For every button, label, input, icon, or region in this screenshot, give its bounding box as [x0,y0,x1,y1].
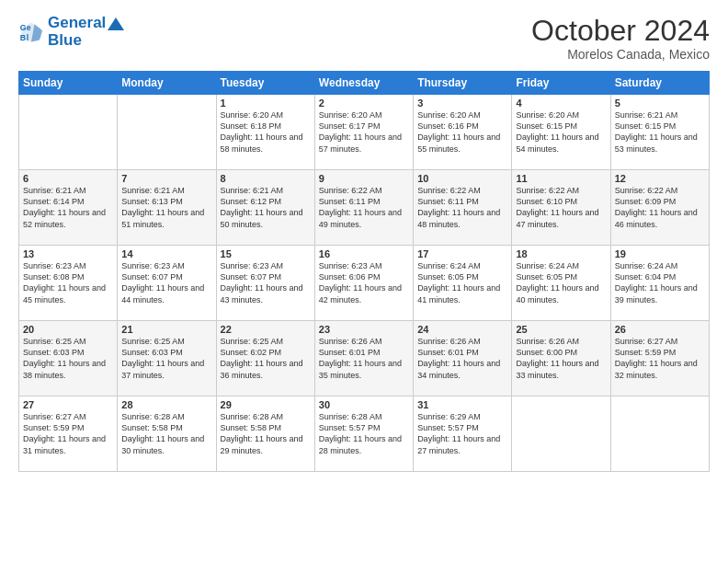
calendar-cell: 30Sunrise: 6:28 AM Sunset: 5:57 PM Dayli… [314,396,413,472]
calendar-week-2: 6Sunrise: 6:21 AM Sunset: 6:14 PM Daylig… [19,170,710,246]
calendar-cell: 23Sunrise: 6:26 AM Sunset: 6:01 PM Dayli… [314,321,413,396]
month-title: October 2024 [531,15,710,47]
day-number: 14 [121,248,211,259]
day-info: Sunrise: 6:20 AM Sunset: 6:18 PM Dayligh… [221,109,311,155]
day-number: 12 [615,173,705,184]
calendar-cell: 25Sunrise: 6:26 AM Sunset: 6:00 PM Dayli… [512,321,610,396]
calendar-cell [19,95,118,170]
day-number: 26 [615,324,705,335]
calendar-cell [118,95,216,170]
day-info: Sunrise: 6:25 AM Sunset: 6:03 PM Dayligh… [121,336,211,381]
header: G e B l General Blue October 2024 Morelo… [18,15,710,62]
svg-text:G: G [20,23,27,32]
calendar-cell: 21Sunrise: 6:25 AM Sunset: 6:03 PM Dayli… [118,321,216,396]
day-number: 29 [221,399,311,410]
day-number: 13 [23,248,113,259]
day-info: Sunrise: 6:26 AM Sunset: 6:01 PM Dayligh… [319,336,409,381]
calendar-cell: 27Sunrise: 6:27 AM Sunset: 5:59 PM Dayli… [19,396,118,472]
day-info: Sunrise: 6:29 AM Sunset: 5:57 PM Dayligh… [417,411,507,456]
calendar-cell: 2Sunrise: 6:20 AM Sunset: 6:17 PM Daylig… [314,95,413,170]
col-thursday: Thursday [414,72,512,95]
day-number: 22 [221,324,311,335]
day-number: 18 [516,248,606,259]
calendar-cell: 14Sunrise: 6:23 AM Sunset: 6:07 PM Dayli… [118,246,216,321]
day-info: Sunrise: 6:21 AM Sunset: 6:14 PM Dayligh… [23,185,113,230]
day-info: Sunrise: 6:23 AM Sunset: 6:07 PM Dayligh… [121,260,211,305]
calendar-cell: 22Sunrise: 6:25 AM Sunset: 6:02 PM Dayli… [216,321,314,396]
day-number: 7 [121,173,211,184]
calendar-cell: 16Sunrise: 6:23 AM Sunset: 6:06 PM Dayli… [314,246,413,321]
day-number: 31 [417,399,507,410]
day-number: 17 [417,248,507,259]
col-tuesday: Tuesday [216,72,314,95]
day-info: Sunrise: 6:23 AM Sunset: 6:06 PM Dayligh… [319,260,409,305]
day-info: Sunrise: 6:26 AM Sunset: 6:00 PM Dayligh… [516,336,606,381]
calendar-cell: 18Sunrise: 6:24 AM Sunset: 6:05 PM Dayli… [512,246,610,321]
col-saturday: Saturday [610,72,709,95]
svg-text:e: e [27,23,31,32]
day-info: Sunrise: 6:25 AM Sunset: 6:02 PM Dayligh… [221,336,311,381]
day-number: 11 [516,173,606,184]
calendar-cell: 5Sunrise: 6:21 AM Sunset: 6:15 PM Daylig… [610,95,709,170]
day-info: Sunrise: 6:28 AM Sunset: 5:58 PM Dayligh… [221,411,311,456]
location: Morelos Canada, Mexico [531,47,710,62]
day-number: 20 [23,324,113,335]
day-info: Sunrise: 6:21 AM Sunset: 6:13 PM Dayligh… [121,185,211,230]
day-info: Sunrise: 6:22 AM Sunset: 6:09 PM Dayligh… [615,185,705,230]
day-info: Sunrise: 6:24 AM Sunset: 6:04 PM Dayligh… [615,260,705,305]
day-number: 9 [319,173,409,184]
day-number: 19 [615,248,705,259]
day-number: 6 [23,173,113,184]
col-friday: Friday [512,72,610,95]
calendar-cell [512,396,610,472]
logo-icon: G e B l [18,19,44,45]
logo: G e B l General Blue [18,15,124,49]
day-number: 28 [121,399,211,410]
col-sunday: Sunday [19,72,118,95]
day-info: Sunrise: 6:23 AM Sunset: 6:08 PM Dayligh… [23,260,113,305]
day-number: 1 [221,98,311,109]
calendar-cell: 4Sunrise: 6:20 AM Sunset: 6:15 PM Daylig… [512,95,610,170]
day-info: Sunrise: 6:20 AM Sunset: 6:16 PM Dayligh… [417,109,507,155]
svg-marker-6 [108,17,124,30]
calendar-week-3: 13Sunrise: 6:23 AM Sunset: 6:08 PM Dayli… [19,246,710,321]
day-info: Sunrise: 6:24 AM Sunset: 6:05 PM Dayligh… [516,260,606,305]
calendar-week-4: 20Sunrise: 6:25 AM Sunset: 6:03 PM Dayli… [19,321,710,396]
day-number: 30 [319,399,409,410]
day-number: 27 [23,399,113,410]
calendar-cell: 6Sunrise: 6:21 AM Sunset: 6:14 PM Daylig… [19,170,118,246]
calendar-cell: 24Sunrise: 6:26 AM Sunset: 6:01 PM Dayli… [414,321,512,396]
calendar-cell: 8Sunrise: 6:21 AM Sunset: 6:12 PM Daylig… [216,170,314,246]
day-info: Sunrise: 6:28 AM Sunset: 5:57 PM Dayligh… [319,411,409,456]
calendar-cell: 1Sunrise: 6:20 AM Sunset: 6:18 PM Daylig… [216,95,314,170]
logo-text: General Blue [48,15,124,49]
day-info: Sunrise: 6:21 AM Sunset: 6:15 PM Dayligh… [615,109,705,155]
day-info: Sunrise: 6:26 AM Sunset: 6:01 PM Dayligh… [417,336,507,381]
svg-text:l: l [27,32,28,41]
title-block: October 2024 Morelos Canada, Mexico [531,15,710,62]
calendar-cell: 20Sunrise: 6:25 AM Sunset: 6:03 PM Dayli… [19,321,118,396]
day-info: Sunrise: 6:27 AM Sunset: 5:59 PM Dayligh… [615,336,705,381]
calendar-cell: 9Sunrise: 6:22 AM Sunset: 6:11 PM Daylig… [314,170,413,246]
day-number: 25 [516,324,606,335]
day-info: Sunrise: 6:20 AM Sunset: 6:15 PM Dayligh… [516,109,606,155]
day-info: Sunrise: 6:21 AM Sunset: 6:12 PM Dayligh… [221,185,311,230]
day-info: Sunrise: 6:27 AM Sunset: 5:59 PM Dayligh… [23,411,113,456]
calendar-week-1: 1Sunrise: 6:20 AM Sunset: 6:18 PM Daylig… [19,95,710,170]
day-number: 4 [516,98,606,109]
day-number: 5 [615,98,705,109]
calendar-cell: 7Sunrise: 6:21 AM Sunset: 6:13 PM Daylig… [118,170,216,246]
day-info: Sunrise: 6:24 AM Sunset: 6:05 PM Dayligh… [417,260,507,305]
calendar-cell: 13Sunrise: 6:23 AM Sunset: 6:08 PM Dayli… [19,246,118,321]
calendar-cell: 19Sunrise: 6:24 AM Sunset: 6:04 PM Dayli… [610,246,709,321]
day-info: Sunrise: 6:25 AM Sunset: 6:03 PM Dayligh… [23,336,113,381]
svg-text:B: B [20,32,26,41]
col-wednesday: Wednesday [314,72,413,95]
col-monday: Monday [118,72,216,95]
day-info: Sunrise: 6:22 AM Sunset: 6:11 PM Dayligh… [319,185,409,230]
calendar-cell: 12Sunrise: 6:22 AM Sunset: 6:09 PM Dayli… [610,170,709,246]
day-number: 10 [417,173,507,184]
day-number: 23 [319,324,409,335]
day-number: 3 [417,98,507,109]
day-info: Sunrise: 6:23 AM Sunset: 6:07 PM Dayligh… [221,260,311,305]
